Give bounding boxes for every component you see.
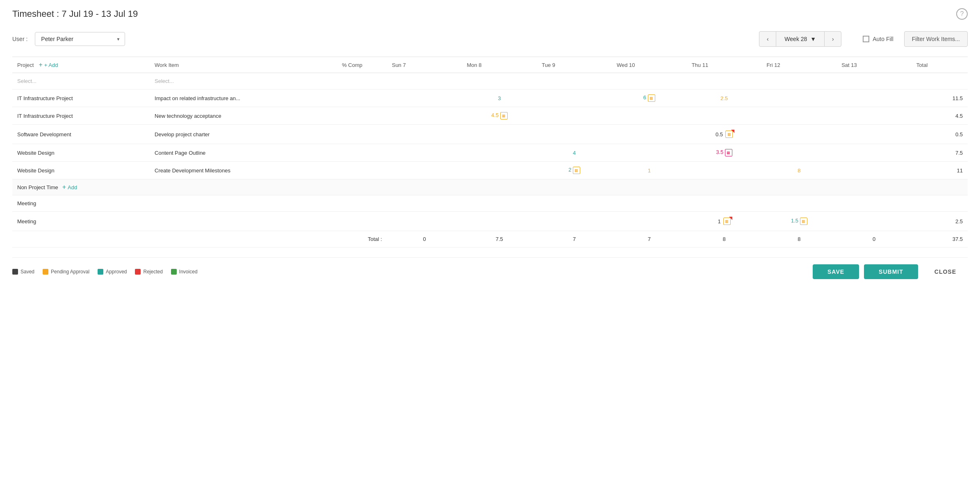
row5-pct[interactable] xyxy=(337,162,387,179)
autofill-checkbox[interactable] xyxy=(863,36,869,42)
row2-pct[interactable] xyxy=(337,107,387,125)
close-button[interactable]: CLOSE xyxy=(923,264,968,279)
week-selector[interactable]: Week 28 ▼ xyxy=(776,31,824,47)
row4-mon8[interactable] xyxy=(462,144,537,162)
select-sat13-cell[interactable] xyxy=(836,73,912,89)
select-fri12-cell[interactable] xyxy=(761,73,836,89)
row5-fri12[interactable]: 8 xyxy=(761,162,836,179)
row3-thu11[interactable]: 0.5 ▦ xyxy=(687,125,762,144)
row2-fri12[interactable] xyxy=(761,107,836,125)
note-icon[interactable]: ▦ xyxy=(648,94,655,102)
row1-thu11[interactable]: 2.5 xyxy=(687,89,762,107)
select-thu11-cell[interactable] xyxy=(687,73,762,89)
week-next-button[interactable]: › xyxy=(824,31,841,47)
note-icon[interactable]: ▦ xyxy=(800,218,807,225)
row2-sun7[interactable] xyxy=(387,107,462,125)
user-label: User : xyxy=(12,36,27,42)
select-sun7-cell[interactable] xyxy=(387,73,462,89)
row5-mon8[interactable] xyxy=(462,162,537,179)
row4-sun7[interactable] xyxy=(387,144,462,162)
row3-total: 0.5 xyxy=(912,125,968,144)
legend: Saved Pending Approval Approved Rejected… xyxy=(12,269,198,275)
np-row2-tue9[interactable] xyxy=(537,212,612,231)
np-row1-pct[interactable] xyxy=(337,195,387,212)
row1-tue9[interactable] xyxy=(537,89,612,107)
row5-thu11[interactable] xyxy=(687,162,762,179)
total-row: Total : 0 7.5 7 7 8 8 0 37.5 xyxy=(12,231,968,248)
row5-tue9[interactable]: 2 ▦ xyxy=(537,162,612,179)
row1-fri12[interactable] xyxy=(761,89,836,107)
note-icon[interactable]: ▦ xyxy=(500,112,508,119)
row1-sat13[interactable] xyxy=(836,89,912,107)
row3-wed10[interactable] xyxy=(612,125,687,144)
row2-tue9[interactable] xyxy=(537,107,612,125)
row4-thu11[interactable]: 3.5 ▦ xyxy=(687,144,762,162)
note-icon[interactable]: ▦ xyxy=(725,131,733,138)
legend-invoiced: Invoiced xyxy=(171,269,198,275)
save-button[interactable]: SAVE xyxy=(813,264,859,279)
legend-saved-dot xyxy=(12,269,18,275)
table-row: Software Development Develop project cha… xyxy=(12,125,968,144)
row3-pct[interactable] xyxy=(337,125,387,144)
row1-mon8[interactable]: 3 xyxy=(462,89,537,107)
row4-pct[interactable] xyxy=(337,144,387,162)
np-row2-mon8[interactable] xyxy=(462,212,537,231)
help-icon[interactable]: ? xyxy=(956,8,968,20)
np-row2-fri12[interactable]: 1.5 ▦ xyxy=(761,212,836,231)
add-nonproject-button[interactable]: + Add xyxy=(62,183,77,191)
week-prev-button[interactable]: ‹ xyxy=(759,31,776,47)
np-row2-label: Meeting xyxy=(12,212,150,231)
select-tue9-cell[interactable] xyxy=(537,73,612,89)
row5-workitem: Create Development Milestones xyxy=(150,162,337,179)
col-header-total: Total xyxy=(912,57,968,73)
select-workitem-cell[interactable]: Select... xyxy=(150,73,337,89)
np-row1-wed10[interactable] xyxy=(612,195,687,212)
row4-wed10[interactable] xyxy=(612,144,687,162)
row4-fri12[interactable] xyxy=(761,144,836,162)
select-mon8-cell[interactable] xyxy=(462,73,537,89)
row2-thu11[interactable] xyxy=(687,107,762,125)
submit-button[interactable]: SUBMIT xyxy=(864,264,918,279)
total-tue9: 7 xyxy=(537,231,612,248)
np-row2-thu11[interactable]: 1 ▦ xyxy=(687,212,762,231)
filter-work-items-button[interactable]: Filter Work Items... xyxy=(904,31,968,47)
row5-sun7[interactable] xyxy=(387,162,462,179)
np-row1-thu11[interactable] xyxy=(687,195,762,212)
row1-wed10[interactable]: 6 ▦ xyxy=(612,89,687,107)
np-row2-wed10[interactable] xyxy=(612,212,687,231)
row5-project: Website Design xyxy=(12,162,150,179)
row1-sun7[interactable] xyxy=(387,89,462,107)
row1-project: IT Infrastructure Project xyxy=(12,89,150,107)
np-row1-sat13[interactable] xyxy=(836,195,912,212)
np-row1-fri12[interactable] xyxy=(761,195,836,212)
col-header-pct: % Comp xyxy=(337,57,387,73)
table-row: Website Design Create Development Milest… xyxy=(12,162,968,179)
np-row2-pct[interactable] xyxy=(337,212,387,231)
row3-mon8[interactable] xyxy=(462,125,537,144)
row2-mon8[interactable]: 4.5 ▦ xyxy=(462,107,537,125)
row5-wed10[interactable]: 1 xyxy=(612,162,687,179)
row3-tue9[interactable] xyxy=(537,125,612,144)
add-project-button[interactable]: + + Add xyxy=(39,61,58,69)
row4-tue9[interactable]: 4 xyxy=(537,144,612,162)
note-icon[interactable]: ▦ xyxy=(573,167,580,174)
row1-pct[interactable] xyxy=(337,89,387,107)
np-row1-sun7[interactable] xyxy=(387,195,462,212)
row5-sat13[interactable] xyxy=(836,162,912,179)
np-row2-sun7[interactable] xyxy=(387,212,462,231)
select-project-cell[interactable]: Select... xyxy=(12,73,150,89)
note-icon[interactable]: ▦ xyxy=(723,218,731,225)
note-icon[interactable]: ▦ xyxy=(725,149,732,156)
np-row2-sat13[interactable] xyxy=(836,212,912,231)
row3-sun7[interactable] xyxy=(387,125,462,144)
row4-sat13[interactable] xyxy=(836,144,912,162)
row3-fri12[interactable] xyxy=(761,125,836,144)
user-select[interactable]: Peter Parker xyxy=(35,32,125,46)
row3-sat13[interactable] xyxy=(836,125,912,144)
np-row1-mon8[interactable] xyxy=(462,195,537,212)
week-nav: ‹ Week 28 ▼ › xyxy=(759,31,841,47)
np-row1-tue9[interactable] xyxy=(537,195,612,212)
row2-sat13[interactable] xyxy=(836,107,912,125)
row2-wed10[interactable] xyxy=(612,107,687,125)
select-wed10-cell[interactable] xyxy=(612,73,687,89)
